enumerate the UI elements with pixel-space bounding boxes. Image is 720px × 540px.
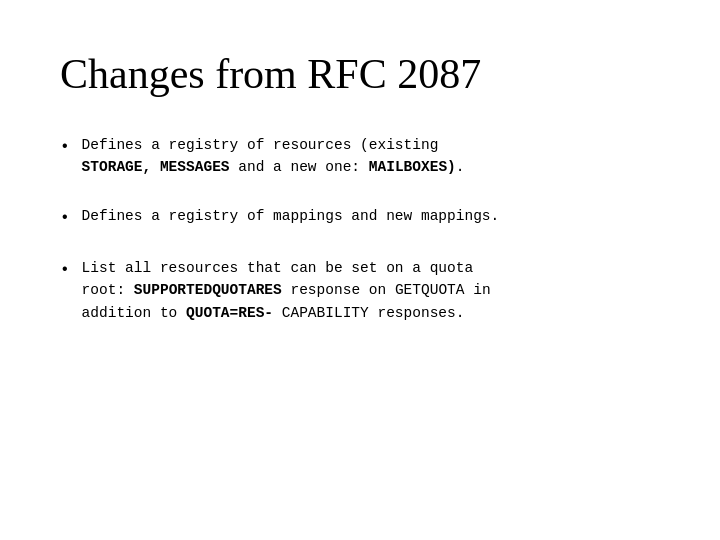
bullet-text-3: List all resources that can be set on a … bbox=[82, 257, 660, 324]
keyword-storage: STORAGE, MESSAGES bbox=[82, 159, 230, 175]
keyword-quota-res: QUOTA=RES- bbox=[186, 305, 273, 321]
bullet-item-2: • Defines a registry of mappings and new… bbox=[60, 205, 660, 231]
bullet-list: • Defines a registry of resources (exist… bbox=[60, 134, 660, 324]
slide-title: Changes from RFC 2087 bbox=[60, 50, 660, 98]
bullet-dot-1: • bbox=[60, 135, 70, 160]
bullet-dot-2: • bbox=[60, 206, 70, 231]
bullet-text-1: Defines a registry of resources (existin… bbox=[82, 134, 660, 179]
keyword-mailboxes: MAILBOXES) bbox=[369, 159, 456, 175]
slide: Changes from RFC 2087 • Defines a regist… bbox=[0, 0, 720, 540]
bullet-text-2: Defines a registry of mappings and new m… bbox=[82, 205, 660, 227]
bullet-item-1: • Defines a registry of resources (exist… bbox=[60, 134, 660, 179]
bullet-item-3: • List all resources that can be set on … bbox=[60, 257, 660, 324]
bullet-dot-3: • bbox=[60, 258, 70, 283]
keyword-supportedquotares: SUPPORTEDQUOTARES bbox=[134, 282, 282, 298]
